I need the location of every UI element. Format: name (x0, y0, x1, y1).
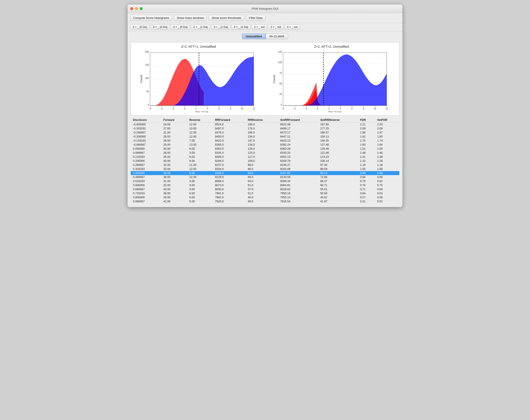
svg-text:25: 25 (280, 93, 282, 96)
table-row[interactable]: -0.40000024.0012.008524.0188.08522.08187… (131, 123, 399, 127)
cell-3-0: -0.200000 (131, 135, 161, 139)
cell-18-6: 45.82 (318, 195, 358, 199)
col-header-fdr: FDR (358, 118, 375, 123)
tab-3plus-out[interactable]: 3 + _ out (268, 24, 283, 30)
cell-16-6: 55.61 (318, 187, 358, 191)
svg-text:10: 10 (374, 107, 376, 110)
histogram-2-title: Z=2, NTT=2, Unmodified (314, 45, 349, 48)
svg-text:6: 6 (351, 107, 353, 110)
histograms-panel: Z=2, NTT=1, Unmodified Counts 0 50 (131, 42, 399, 115)
tab-3plus-1da[interactable]: 3 + _ {1 Da} (211, 24, 231, 30)
cell-11-6: 88.59 (318, 167, 358, 171)
cell-6-1: 30.00 (161, 147, 187, 151)
unmodified-button[interactable]: Unmodified (242, 34, 266, 39)
table-row[interactable]: -0.13333328.007.008422.0147.08420.13146.… (131, 139, 399, 143)
cell-0-3: 8524.0 (213, 123, 245, 127)
cell-9-4: 109.0 (245, 159, 278, 163)
cell-1-7: 2.09 (358, 126, 375, 131)
svg-text:125: 125 (278, 51, 282, 53)
table-row[interactable]: 0.13333326.006.008309.0117.08302.13114.2… (131, 155, 399, 159)
cell-7-1: 28.00 (161, 151, 187, 155)
cell-10-5: 8236.27 (278, 163, 318, 167)
cell-14-0: 0.533333 (131, 179, 161, 183)
table-row[interactable]: 0.73333339.006.007991.051.07993.1650.690… (131, 191, 399, 195)
minimize-button[interactable] (135, 7, 138, 10)
tab-4plus-out[interactable]: 4 + _ out (285, 24, 300, 30)
cell-10-0: 0.266667 (131, 163, 161, 167)
m15-button[interactable]: M+15.9949 (266, 34, 288, 39)
cell-11-7: 1.05 (358, 167, 375, 171)
svg-text:-4: -4 (161, 107, 163, 110)
cell-12-0: 0.400000 (131, 171, 161, 175)
table-row[interactable]: -0.06666729.0013.008393.0134.08392.24137… (131, 143, 399, 147)
table-row[interactable]: 0.60000025.003.008073.061.08064.8160.710… (131, 183, 399, 187)
table-row[interactable]: 0.20000040.008.008269.0109.08269.79106.1… (131, 159, 399, 163)
col-header-reverse: Reverse (187, 118, 213, 123)
cell-18-3: 7962.0 (213, 195, 245, 199)
cell-4-5: 8420.13 (278, 139, 318, 143)
cell-15-7: 0.76 (358, 183, 375, 187)
tab-2plus-out[interactable]: 2 + _ out (251, 24, 267, 30)
table-row[interactable]: 0.86666742.005.007920.040.07915.5441.070… (131, 199, 399, 203)
table-row[interactable]: 0.53333331.004.008098.064.09099.3466.270… (131, 179, 399, 183)
show-mass-windows-button[interactable]: Show mass windows (174, 15, 207, 21)
cell-6-4: 126.0 (245, 147, 278, 151)
table-row[interactable]: -0.20000026.0012.008450.0154.08447.11156… (131, 135, 399, 139)
filter-data-button[interactable]: Filter Data (246, 15, 265, 21)
tab-4plus-0da[interactable]: 4 + _ {0 Da} (171, 24, 190, 30)
table-row[interactable]: 0.06666728.003.008335.0123.08333.25121.8… (131, 151, 399, 155)
data-table: DiscScore Forward Reverse RRForward RRRe… (131, 118, 399, 203)
cell-9-3: 8269.0 (213, 159, 245, 163)
cell-13-6: 72.66 (318, 175, 358, 179)
cell-8-1: 26.00 (161, 155, 187, 159)
cell-16-3: 8030.0 (213, 187, 245, 191)
table-scroll[interactable]: DiscScore Forward Reverse RRForward RRRe… (131, 118, 399, 203)
table-row[interactable]: 0.26666732.0011.008237.098.08236.2797.49… (131, 163, 399, 167)
table-row[interactable]: 0.33333333.0012.008204.086.08202.0888.59… (131, 167, 399, 171)
cell-6-6: 129.46 (318, 147, 358, 151)
cell-9-8: 1.28 (375, 159, 399, 163)
tab-2plus-1da[interactable]: 2 + _ {1 Da} (191, 24, 210, 30)
svg-text:2: 2 (195, 107, 197, 110)
table-header-row: DiscScore Forward Reverse RRForward RRRe… (131, 118, 399, 123)
cell-5-3: 8393.0 (213, 143, 245, 147)
table-row[interactable]: 0.66666743.004.008030.057.08029.6255.610… (131, 187, 399, 191)
cell-2-0: -0.266667 (131, 131, 161, 135)
cell-3-7: 1.82 (358, 135, 375, 139)
table-row[interactable]: -0.26666721.0012.008476.0166.08473.17166… (131, 131, 399, 135)
tab-2plus-0da[interactable]: 2 + _ {0 Da} (130, 24, 150, 30)
col-header-forward: Forward (161, 118, 187, 123)
table-row[interactable]: 0.46666739.0012.008129.068.08133.5972.66… (131, 175, 399, 179)
cell-4-1: 28.00 (161, 139, 187, 143)
svg-text:4: 4 (207, 107, 208, 110)
cell-10-2: 11.00 (187, 163, 213, 167)
cell-17-4: 51.0 (245, 191, 278, 195)
cell-4-2: 7.00 (187, 139, 213, 143)
close-button[interactable] (130, 7, 133, 10)
cell-17-6: 50.69 (318, 191, 358, 195)
cell-0-2: 12.00 (187, 123, 213, 127)
compute-score-histograms-button[interactable]: Compute Score Histograms (130, 15, 172, 21)
cell-15-8: 0.75 (375, 183, 399, 187)
table-row[interactable]: -0.33333327.0010.008497.0178.08498.17177… (131, 126, 399, 131)
cell-13-2: 12.00 (187, 175, 213, 179)
cell-19-5: 7915.54 (278, 199, 318, 203)
cell-11-3: 8204.0 (213, 167, 245, 171)
table-row[interactable]: 0.00000030.008.008363.0126.08363.28129.4… (131, 147, 399, 151)
tab-3plus-0da[interactable]: 3 + _ {0 Da} (150, 24, 170, 30)
cell-7-5: 8333.25 (278, 151, 318, 155)
maximize-button[interactable] (140, 7, 143, 10)
cell-4-7: 1.75 (358, 139, 375, 143)
table-row[interactable]: 0.40000036.006.008168.080.08167.8080.130… (131, 171, 399, 175)
tab-4plus-1da[interactable]: 4 + _ {1 Da} (231, 24, 251, 30)
cell-3-3: 8450.0 (213, 135, 245, 139)
cell-9-1: 40.00 (161, 159, 187, 163)
table-row[interactable]: 0.80000029.006.007962.045.07955.1345.820… (131, 195, 399, 199)
show-score-thresholds-button[interactable]: Show score thresholds (209, 15, 244, 21)
svg-text:0: 0 (184, 107, 185, 110)
svg-text:8: 8 (363, 107, 364, 110)
col-header-rrreverse: RRReverse (245, 118, 278, 123)
histogram-1-svg: Counts 0 50 100 150 200 (133, 49, 264, 112)
cell-0-5: 8522.08 (278, 123, 318, 127)
cell-18-5: 7955.13 (278, 195, 318, 199)
